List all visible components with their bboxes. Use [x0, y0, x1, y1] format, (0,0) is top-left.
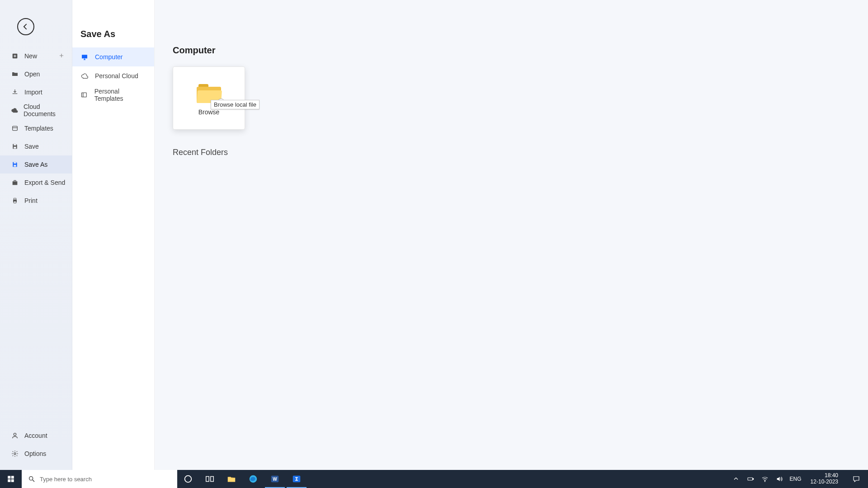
- svg-point-40: [764, 481, 765, 482]
- wifi-icon[interactable]: [761, 475, 769, 483]
- panel-heading: Save As: [72, 29, 154, 47]
- svg-rect-15: [14, 144, 16, 145]
- start-button[interactable]: [0, 470, 22, 488]
- svg-rect-17: [14, 162, 16, 164]
- tooltip: Browse local file: [211, 100, 259, 109]
- svg-rect-25: [8, 476, 10, 479]
- svg-rect-32: [206, 477, 209, 482]
- location-computer[interactable]: Computer: [72, 47, 154, 66]
- browse-label: Browse: [198, 108, 220, 116]
- taskbar-task-view[interactable]: [199, 470, 221, 488]
- taskbar-file-explorer[interactable]: [221, 470, 242, 488]
- taskbar-date: 12-10-2023: [811, 479, 838, 485]
- monitor-icon: [80, 53, 89, 61]
- svg-rect-18: [14, 165, 16, 167]
- back-button[interactable]: [17, 18, 34, 35]
- svg-rect-27: [8, 479, 10, 482]
- sidebar-item-templates[interactable]: Templates: [0, 119, 72, 137]
- search-icon: [28, 475, 35, 483]
- battery-icon[interactable]: [746, 475, 755, 483]
- plus-square-icon: [11, 52, 19, 60]
- location-label: Personal Cloud: [95, 72, 138, 80]
- tray-overflow-icon[interactable]: [732, 475, 740, 483]
- main-content: Computer + Browse Recent Folders: [155, 0, 868, 470]
- language-indicator[interactable]: ENG: [790, 476, 802, 482]
- sidebar-item-label: Save: [24, 143, 39, 150]
- svg-line-30: [33, 480, 34, 482]
- svg-rect-37: [293, 476, 301, 483]
- recent-folders-heading: Recent Folders: [173, 148, 868, 157]
- sidebar-item-label: Options: [24, 450, 46, 457]
- sidebar-item-cloud-documents[interactable]: Cloud Documents: [0, 101, 72, 119]
- location-personal-templates[interactable]: Personal Templates: [72, 85, 154, 104]
- sidebar-item-label: Account: [24, 432, 47, 439]
- svg-rect-22: [82, 93, 87, 97]
- cloud-icon: [80, 72, 89, 80]
- taskbar-edrawmax[interactable]: [286, 470, 307, 488]
- folder-icon: [11, 70, 19, 78]
- taskbar-cortana[interactable]: [177, 470, 199, 488]
- cloud-icon: [11, 106, 18, 114]
- sidebar-item-print[interactable]: Print: [0, 192, 72, 210]
- sidebar-item-export-send[interactable]: Export & Send: [0, 174, 72, 192]
- export-icon: [11, 178, 19, 187]
- sidebar-item-label: Save As: [24, 161, 47, 168]
- search-placeholder: Type here to search: [40, 476, 92, 483]
- taskbar-edge[interactable]: [242, 470, 264, 488]
- sidebar-item-label: Cloud Documents: [24, 103, 66, 117]
- save-icon: [11, 142, 19, 150]
- location-label: Computer: [95, 53, 123, 61]
- save-as-location-panel: Save As Computer Personal Cloud Personal…: [72, 0, 155, 470]
- sidebar-item-label: Export & Send: [24, 179, 65, 186]
- svg-rect-28: [11, 479, 14, 482]
- svg-text:W: W: [273, 477, 277, 482]
- system-tray: ENG 18:40 12-10-2023: [732, 470, 868, 488]
- taskbar-word[interactable]: W: [264, 470, 286, 488]
- svg-rect-26: [11, 476, 14, 479]
- volume-icon[interactable]: [775, 475, 783, 483]
- sidebar-item-account[interactable]: Account: [0, 427, 72, 445]
- sidebar-item-save-as[interactable]: Save As: [0, 155, 72, 174]
- action-center-icon[interactable]: [847, 475, 865, 483]
- sidebar-item-open[interactable]: Open: [0, 65, 72, 83]
- location-personal-cloud[interactable]: Personal Cloud: [72, 66, 154, 85]
- plus-icon: [58, 52, 65, 60]
- sidebar-item-label: Open: [24, 70, 40, 78]
- sidebar-item-save[interactable]: Save: [0, 137, 72, 155]
- sidebar-item-label: Import: [24, 89, 42, 96]
- sidebar-item-label: Print: [24, 197, 38, 204]
- templates-icon: [80, 91, 88, 99]
- account-icon: [11, 432, 19, 440]
- location-label: Personal Templates: [94, 88, 146, 102]
- svg-rect-38: [748, 478, 753, 480]
- print-icon: [11, 197, 19, 205]
- sidebar-item-label: Templates: [24, 125, 53, 132]
- svg-rect-21: [82, 55, 87, 58]
- windows-taskbar: Type here to search W ENG 18:40 12-10-20…: [0, 470, 868, 488]
- gear-icon: [11, 450, 19, 458]
- browse-button[interactable]: + Browse: [173, 66, 245, 130]
- svg-rect-33: [211, 477, 213, 482]
- svg-point-20: [14, 453, 16, 455]
- sidebar-item-label: New: [24, 52, 37, 60]
- primary-sidebar: New Open Import Cloud Documents Template…: [0, 0, 72, 470]
- svg-point-29: [29, 477, 33, 480]
- section-title: Computer: [173, 45, 868, 56]
- taskbar-clock[interactable]: 18:40 12-10-2023: [808, 473, 841, 485]
- svg-rect-39: [753, 479, 753, 480]
- svg-rect-14: [13, 126, 18, 130]
- taskbar-time: 18:40: [825, 473, 838, 479]
- templates-icon: [11, 124, 19, 132]
- save-as-icon: [11, 160, 19, 169]
- sidebar-item-options[interactable]: Options: [0, 445, 72, 463]
- taskbar-search[interactable]: Type here to search: [22, 470, 177, 488]
- svg-point-19: [14, 433, 16, 436]
- import-icon: [11, 88, 19, 96]
- sidebar-item-new[interactable]: New: [0, 47, 72, 65]
- svg-rect-16: [14, 147, 16, 149]
- svg-point-31: [185, 476, 192, 483]
- sidebar-item-import[interactable]: Import: [0, 83, 72, 101]
